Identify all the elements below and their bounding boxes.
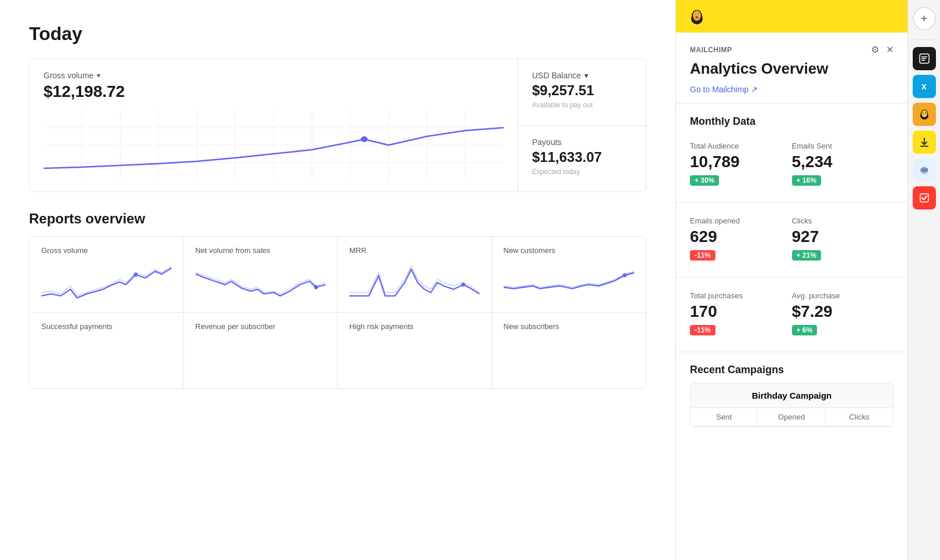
settings-button[interactable]: ⚙ [871,44,879,55]
monthly-data-header: Monthly Data [676,104,908,128]
metric-avg-purchase-badge: + 6% [792,325,818,335]
payouts-sub: Expected today [532,168,632,176]
owl-icon [919,164,930,176]
panel-app-name-text: MAILCHIMP [690,46,732,54]
panel-title: Analytics Overview [690,60,894,78]
metric-emails-opened-label: Emails opened [690,216,783,225]
usd-balance-label-row[interactable]: USD Balance ▾ [532,71,632,80]
metric-clicks: Clicks 927 + 21% [792,212,894,265]
report-cell-customers-label: New customers [504,246,635,255]
payouts-value: $11,633.07 [532,149,632,165]
svg-point-16 [314,286,318,290]
metric-total-purchases: Total purchases 170 -11% [690,287,792,340]
campaign-header-opened: Opened [758,408,825,426]
metric-clicks-badge: + 21% [792,250,821,261]
metric-total-audience: Total Audience 10,789 + 30% [690,137,792,190]
metric-total-purchases-badge: -11% [690,325,715,335]
chart-area: Gross volume ▾ $12,198.72 [30,59,518,192]
campaigns-section: Recent Campaigns Birthday Campaign Sent … [676,352,908,427]
main-content: Today Gross volume ▾ $12,198.72 [0,0,675,560]
svg-point-14 [361,136,368,142]
reports-row-1: Gross volume Net volume from sales MRR [30,237,646,313]
intercom-icon-button[interactable] [913,47,936,70]
xero-icon-button[interactable]: x [913,75,936,98]
svg-point-33 [921,110,927,117]
reports-grid: Gross volume Net volume from sales MRR [29,236,646,389]
metric-clicks-label: Clicks [792,216,894,225]
metric-emails-opened-value: 629 [690,227,783,246]
checklist-icon [919,192,930,204]
report-cell-subscribers: New subscribers [492,313,646,388]
report-cell-gross: Gross volume [30,237,184,312]
svg-point-41 [925,169,927,171]
metric-total-purchases-label: Total purchases [690,291,783,300]
mailchimp-header [676,0,908,32]
campaign-headers: Sent Opened Clicks [690,408,893,427]
svg-point-40 [922,169,923,171]
report-cell-net: Net volume from sales [184,237,338,312]
campaign-header-sent: Sent [690,408,758,426]
usd-balance-box: USD Balance ▾ $9,257.51 Available to pay… [518,59,646,126]
metrics-grid-2: Emails opened 629 -11% Clicks 927 + 21% [676,203,908,277]
svg-point-24 [694,15,695,16]
campaigns-title: Recent Campaigns [690,364,894,376]
go-to-mailchimp-link[interactable]: Go to Mailchimp ↗ [690,85,894,94]
sidebar-icons: + x [908,0,940,560]
gross-volume-text: Gross volume [44,71,93,80]
payouts-label-row[interactable]: Payouts [532,138,632,147]
report-cell-highrisk: High risk payments [338,313,492,388]
chevron-down-icon: ▾ [97,71,100,80]
metric-total-audience-value: 10,789 [690,153,783,171]
metric-total-purchases-value: 170 [690,302,783,321]
metric-emails-opened: Emails opened 629 -11% [690,212,792,265]
xero-icon: x [921,81,927,92]
close-button[interactable]: ✕ [886,44,894,55]
campaign-name: Birthday Campaign [690,384,893,408]
add-button[interactable]: + [913,7,936,30]
metric-avg-purchase-label: Avg. purchase [792,291,894,300]
metric-emails-sent: Emails Sent 5,234 + 16% [792,137,894,190]
metric-emails-sent-badge: + 16% [792,175,821,186]
usd-balance-label: USD Balance [532,71,581,80]
metrics-grid-3: Total purchases 170 -11% Avg. purchase $… [676,277,908,352]
campaign-header-clicks: Clicks [826,408,893,426]
payouts-label: Payouts [532,138,562,147]
download-icon-button[interactable] [913,131,936,154]
gross-volume-chart [44,110,504,180]
metric-total-audience-badge: + 30% [690,175,719,186]
panel-app-name: MAILCHIMP ⚙ ✕ [690,44,894,55]
report-cell-gross-label: Gross volume [41,246,172,255]
external-link-icon: ↗ [751,85,758,94]
side-stats: USD Balance ▾ $9,257.51 Available to pay… [518,59,646,192]
gross-volume-label[interactable]: Gross volume ▾ [44,71,504,80]
gross-volume-value: $12,198.72 [44,82,504,101]
payouts-box: Payouts $11,633.07 Expected today [518,126,646,192]
report-cell-customers: New customers [492,237,646,312]
svg-point-18 [623,273,627,277]
usd-balance-value: $9,257.51 [532,82,632,99]
sidebar-divider [915,39,934,40]
report-cell-revenue-label: Revenue per subscriber [196,322,326,331]
download-icon [919,136,930,148]
metric-clicks-value: 927 [792,227,894,246]
report-cell-net-label: Net volume from sales [196,246,326,255]
metric-emails-sent-value: 5,234 [792,153,894,171]
report-cell-mrr: MRR [338,237,492,312]
mailchimp-small-icon-button[interactable] [913,103,936,126]
usd-balance-sub: Available to pay out [532,101,632,109]
reports-row-2: Successful payments Revenue per subscrib… [30,313,646,388]
owl-icon-button[interactable] [913,158,936,182]
svg-point-15 [133,273,138,277]
today-section: Gross volume ▾ $12,198.72 [29,59,646,192]
chevron-down-icon: ▾ [584,71,588,80]
svg-point-34 [922,113,923,114]
metric-avg-purchase: Avg. purchase $7.29 + 6% [792,287,894,340]
metric-emails-sent-label: Emails Sent [792,142,894,150]
checklist-icon-button[interactable] [913,186,936,209]
svg-point-25 [699,15,700,16]
mailchimp-logo [688,7,706,26]
report-cell-mrr-label: MRR [349,246,480,255]
intercom-icon [919,53,930,64]
mailchimp-small-icon [919,109,930,120]
report-cell-successful-label: Successful payments [41,322,172,331]
